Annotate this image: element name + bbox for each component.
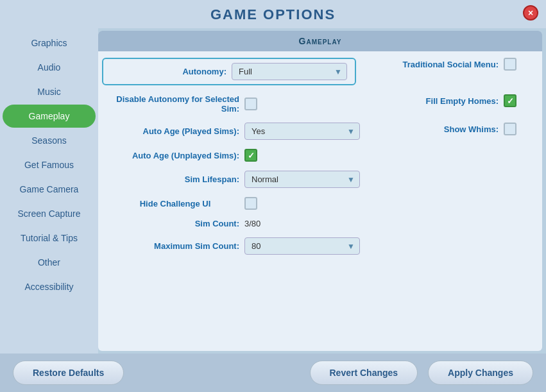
window-title: Game Options	[210, 6, 336, 23]
sidebar-item-game-camera[interactable]: Game Camera	[3, 178, 96, 201]
close-button[interactable]: ×	[523, 5, 538, 21]
show-whims-label: Show Whims:	[444, 124, 499, 134]
sidebar-item-audio[interactable]: Audio	[3, 56, 96, 79]
auto-age-played-dropdown[interactable]: Yes No	[244, 123, 360, 140]
fill-empty-homes-label: Fill Empty Homes:	[426, 96, 499, 106]
sidebar-item-get-famous[interactable]: Get Famous	[3, 153, 96, 176]
traditional-social-right: Traditional Social Menu:	[356, 58, 529, 71]
traditional-social-label: Traditional Social Menu:	[402, 60, 499, 69]
auto-age-unplayed-left: Auto Age (Unplayed Sims):	[111, 149, 314, 162]
disable-autonomy-checkbox[interactable]	[244, 98, 257, 110]
autonomy-highlight-box: Autonomy: Full High Normal Low Off	[102, 58, 356, 85]
autonomy-left: Autonomy: Full High Normal Low Off	[111, 58, 356, 85]
sim-count-left: Sim Count: 3/80	[111, 219, 314, 228]
hide-challenge-checkbox[interactable]	[244, 197, 257, 210]
max-sim-count-dropdown-wrapper: 20 40 60 80 100	[244, 237, 360, 255]
max-sim-count-row: Maximum Sim Count: 20 40 60 80 100	[111, 237, 529, 255]
sim-lifespan-left: Sim Lifespan: Short Normal Long Epic	[111, 171, 360, 188]
show-whims-right: Show Whims:	[360, 123, 529, 135]
auto-age-played-dropdown-wrapper: Yes No	[244, 123, 360, 140]
autonomy-row: Autonomy: Full High Normal Low Off	[111, 58, 529, 85]
hide-challenge-row: Hide Challenge UI	[111, 197, 529, 210]
hide-challenge-left: Hide Challenge UI	[111, 197, 314, 210]
show-whims-checkbox[interactable]	[504, 123, 516, 135]
traditional-social-checkbox[interactable]	[504, 58, 516, 71]
sidebar-item-graphics[interactable]: Graphics	[3, 31, 96, 55]
sim-count-row: Sim Count: 3/80	[111, 219, 529, 228]
auto-age-played-label: Auto Age (Played Sims):	[111, 126, 239, 136]
main-panel: Gameplay Autonomy: Full High Normal	[98, 31, 542, 351]
sim-count-value: 3/80	[244, 219, 260, 228]
disable-autonomy-label: Disable Autonomy for Selected Sim:	[111, 94, 239, 114]
sidebar-item-accessibility[interactable]: Accessibility	[3, 275, 96, 298]
main-container: Game Options × Graphics Audio Music Game…	[0, 0, 546, 392]
hide-challenge-label: Hide Challenge UI	[111, 199, 239, 209]
settings-content: Autonomy: Full High Normal Low Off	[98, 58, 542, 255]
sidebar-item-gameplay[interactable]: Gameplay	[3, 105, 96, 128]
auto-age-unplayed-checkbox[interactable]	[244, 149, 257, 162]
sidebar-item-music[interactable]: Music	[3, 80, 96, 103]
sim-lifespan-label: Sim Lifespan:	[111, 175, 239, 184]
autonomy-label: Autonomy:	[111, 67, 226, 76]
sim-count-label: Sim Count:	[111, 219, 239, 228]
auto-age-played-left: Auto Age (Played Sims): Yes No	[111, 123, 360, 140]
section-header: Gameplay	[98, 31, 542, 51]
auto-age-unplayed-row: Auto Age (Unplayed Sims):	[111, 149, 529, 162]
max-sim-count-left: Maximum Sim Count: 20 40 60 80 100	[111, 237, 360, 255]
sim-lifespan-row: Sim Lifespan: Short Normal Long Epic	[111, 171, 529, 188]
auto-age-played-row: Auto Age (Played Sims): Yes No Show Whim…	[111, 123, 529, 140]
auto-age-unplayed-label: Auto Age (Unplayed Sims):	[111, 151, 239, 160]
disable-autonomy-left: Disable Autonomy for Selected Sim:	[111, 94, 314, 114]
disable-autonomy-row: Disable Autonomy for Selected Sim: Fill …	[111, 94, 529, 114]
title-bar: Game Options ×	[0, 0, 546, 28]
max-sim-count-dropdown[interactable]: 20 40 60 80 100	[244, 237, 360, 255]
restore-defaults-button[interactable]: Restore Defaults	[13, 361, 124, 385]
autonomy-dropdown[interactable]: Full High Normal Low Off	[232, 63, 347, 80]
bottom-bar: Restore Defaults Revert Changes Apply Ch…	[0, 354, 546, 392]
apply-changes-button[interactable]: Apply Changes	[428, 361, 533, 385]
fill-empty-homes-right: Fill Empty Homes:	[314, 94, 529, 107]
sidebar: Graphics Audio Music Gameplay Seasons Ge…	[0, 28, 98, 354]
sim-lifespan-dropdown-wrapper: Short Normal Long Epic	[244, 171, 360, 188]
revert-changes-button[interactable]: Revert Changes	[310, 361, 418, 385]
autonomy-dropdown-wrapper: Full High Normal Low Off	[232, 63, 347, 80]
sim-lifespan-dropdown[interactable]: Short Normal Long Epic	[244, 171, 360, 188]
sidebar-item-other[interactable]: Other	[3, 251, 96, 274]
max-sim-count-label: Maximum Sim Count:	[111, 241, 239, 251]
sidebar-item-tutorial-tips[interactable]: Tutorial & Tips	[3, 226, 96, 250]
sidebar-item-seasons[interactable]: Seasons	[3, 129, 96, 152]
sidebar-item-screen-capture[interactable]: Screen Capture	[3, 202, 96, 225]
fill-empty-homes-checkbox[interactable]	[504, 94, 516, 107]
content-area: Graphics Audio Music Gameplay Seasons Ge…	[0, 28, 546, 354]
